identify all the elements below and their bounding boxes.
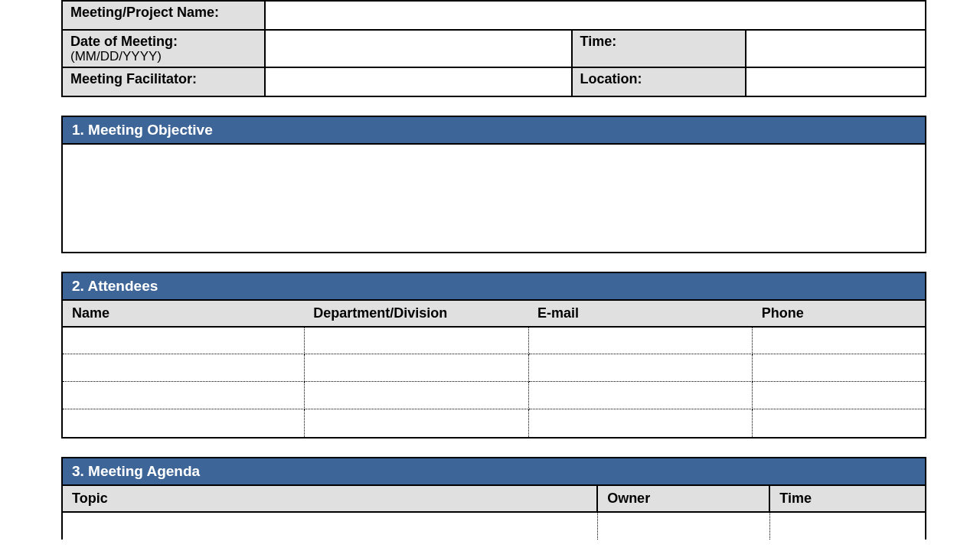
agenda-table: Topic Owner Time xyxy=(63,486,925,540)
attendee-dept-field[interactable] xyxy=(304,409,528,437)
attendees-col-name: Name xyxy=(63,301,304,327)
attendees-table: Name Department/Division E-mail Phone xyxy=(63,301,925,437)
date-format-hint: (MM/DD/YYYY) xyxy=(70,50,256,64)
attendees-col-email: E-mail xyxy=(528,301,753,327)
attendee-phone-field[interactable] xyxy=(753,409,925,437)
agenda-topic-field[interactable] xyxy=(63,512,597,540)
agenda-time-field[interactable] xyxy=(769,512,925,540)
table-row xyxy=(63,327,925,354)
agenda-col-time: Time xyxy=(769,486,925,512)
meeting-name-field[interactable] xyxy=(265,1,926,30)
attendee-name-field[interactable] xyxy=(63,327,304,354)
attendees-col-dept: Department/Division xyxy=(304,301,528,327)
attendee-phone-field[interactable] xyxy=(753,354,925,382)
attendee-dept-field[interactable] xyxy=(304,327,528,354)
section-objective-title: 1. Meeting Objective xyxy=(63,117,925,145)
attendee-phone-field[interactable] xyxy=(753,382,925,409)
date-field[interactable] xyxy=(265,30,571,67)
section-agenda: 3. Meeting Agenda Topic Owner Time xyxy=(61,457,926,540)
attendee-name-field[interactable] xyxy=(63,409,304,437)
time-label: Time: xyxy=(572,30,746,67)
section-attendees-title: 2. Attendees xyxy=(63,273,925,301)
section-agenda-title: 3. Meeting Agenda xyxy=(63,458,925,486)
attendee-name-field[interactable] xyxy=(63,382,304,409)
meeting-name-label: Meeting/Project Name: xyxy=(62,1,265,30)
facilitator-field[interactable] xyxy=(265,67,571,96)
table-row xyxy=(63,354,925,382)
attendee-email-field[interactable] xyxy=(528,382,753,409)
attendee-dept-field[interactable] xyxy=(304,354,528,382)
attendee-email-field[interactable] xyxy=(528,354,753,382)
attendee-email-field[interactable] xyxy=(528,327,753,354)
time-field[interactable] xyxy=(746,30,926,67)
section-attendees: 2. Attendees Name Department/Division E-… xyxy=(61,272,926,439)
table-row xyxy=(63,382,925,409)
agenda-col-topic: Topic xyxy=(63,486,597,512)
table-row xyxy=(63,409,925,437)
meeting-info-table: Meeting/Project Name: Date of Meeting: (… xyxy=(61,0,926,97)
location-label: Location: xyxy=(572,67,746,96)
attendee-dept-field[interactable] xyxy=(304,382,528,409)
attendee-phone-field[interactable] xyxy=(753,327,925,354)
attendees-col-phone: Phone xyxy=(753,301,925,327)
agenda-col-owner: Owner xyxy=(597,486,769,512)
section-objective: 1. Meeting Objective xyxy=(61,116,926,253)
table-row xyxy=(63,512,925,540)
attendee-name-field[interactable] xyxy=(63,354,304,382)
facilitator-label: Meeting Facilitator: xyxy=(62,67,265,96)
attendee-email-field[interactable] xyxy=(528,409,753,437)
date-label-text: Date of Meeting: xyxy=(70,34,178,49)
objective-body-field[interactable] xyxy=(63,145,925,252)
date-label: Date of Meeting: (MM/DD/YYYY) xyxy=(62,30,265,67)
location-field[interactable] xyxy=(746,67,926,96)
agenda-owner-field[interactable] xyxy=(597,512,769,540)
